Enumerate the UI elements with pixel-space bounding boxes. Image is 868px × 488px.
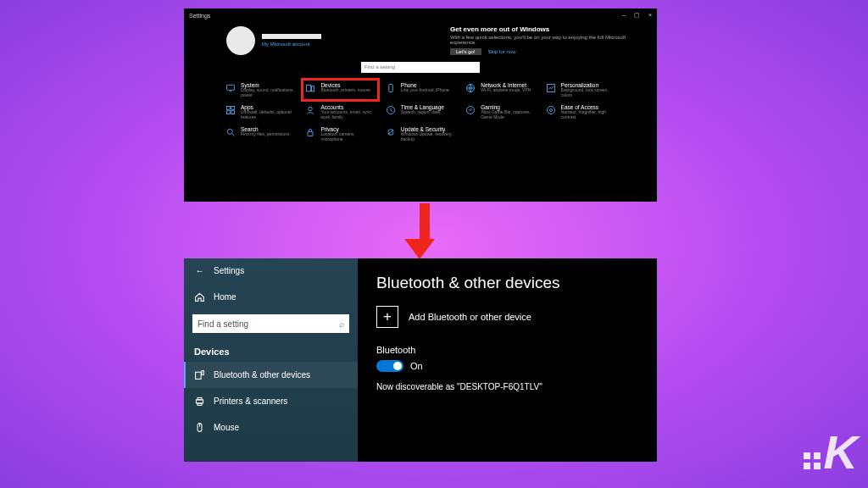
tile-title: Devices xyxy=(320,82,370,88)
apps-icon xyxy=(225,104,236,116)
tile-subtitle: Bluetooth, printers, mouse xyxy=(320,88,370,93)
tile-network[interactable]: Network & InternetWi-Fi, airplane mode, … xyxy=(463,80,537,100)
sidebar-item-label: Bluetooth & other devices xyxy=(214,370,310,380)
tile-apps[interactable]: AppsUninstall, defaults, optional featur… xyxy=(223,102,298,122)
gaming-icon xyxy=(465,104,476,116)
tile-accounts[interactable]: AccountsYour accounts, email, sync, work… xyxy=(303,102,377,122)
svg-rect-1 xyxy=(307,85,311,92)
svg-rect-20 xyxy=(198,397,202,399)
add-device-label: Add Bluetooth or other device xyxy=(409,312,531,322)
tile-title: Gaming xyxy=(481,104,536,110)
tile-title: Time & Language xyxy=(401,104,444,110)
tile-title: Phone xyxy=(401,82,449,88)
settings-main-pane: Bluetooth & other devices + Add Bluetoot… xyxy=(358,258,657,462)
devices-icon xyxy=(304,82,316,94)
tile-subtitle: Background, lock screen, colors xyxy=(561,88,616,97)
privacy-icon xyxy=(304,126,316,138)
plus-icon: + xyxy=(376,306,398,328)
svg-rect-16 xyxy=(308,131,313,136)
promo-title: Get even more out of Windows xyxy=(450,25,628,33)
account-link[interactable]: My Microsoft account xyxy=(262,42,321,47)
tile-subtitle: Uninstall, defaults, optional features xyxy=(241,110,296,119)
promo-cta-button[interactable]: Let's go! xyxy=(450,48,481,55)
minimize-button[interactable]: – xyxy=(622,12,626,19)
tile-subtitle: Location, camera, microphone xyxy=(320,132,376,141)
ease-icon xyxy=(545,104,557,116)
page-title: Bluetooth & other devices xyxy=(376,274,638,292)
svg-rect-7 xyxy=(231,107,235,110)
sidebar-item-label: Mouse xyxy=(214,423,239,432)
svg-rect-3 xyxy=(389,85,393,92)
tile-time[interactable]: Time & LanguageSpeech, region, date xyxy=(383,102,458,122)
discoverable-text: Now discoverable as "DESKTOP-F6Q1TLV" xyxy=(376,382,638,391)
tile-title: Privacy xyxy=(320,126,376,132)
svg-point-13 xyxy=(547,107,554,114)
svg-rect-19 xyxy=(196,400,203,403)
settings-devices-window: ← Settings Home Find a setting ⌕ Devices… xyxy=(184,258,657,462)
svg-rect-2 xyxy=(312,86,314,92)
close-button[interactable]: × xyxy=(648,12,652,19)
tile-subtitle: Your accounts, email, sync, work, family xyxy=(320,110,376,119)
tile-search[interactable]: SearchFind my files, permissions xyxy=(223,124,298,144)
tile-subtitle: Speech, region, date xyxy=(401,110,444,115)
bluetooth-icon xyxy=(194,369,205,380)
tile-ease[interactable]: Ease of AccessNarrator, magnifier, high … xyxy=(543,102,618,122)
sidebar-item-bluetooth[interactable]: Bluetooth & other devices xyxy=(184,362,358,388)
system-icon xyxy=(225,82,236,94)
svg-rect-6 xyxy=(227,107,231,110)
settings-search-input[interactable]: Find a setting xyxy=(361,62,480,73)
tile-title: Ease of Access xyxy=(561,104,616,110)
tile-subtitle: Find my files, permissions xyxy=(241,132,290,137)
tile-title: Apps xyxy=(241,104,296,110)
maximize-button[interactable]: ▢ xyxy=(634,12,640,19)
home-button[interactable]: Home xyxy=(184,283,358,311)
tile-phone[interactable]: PhoneLink your Android, iPhone xyxy=(383,80,458,100)
bluetooth-toggle[interactable]: On xyxy=(376,360,638,372)
user-block[interactable]: My Microsoft account xyxy=(226,25,321,55)
sidebar-search-input[interactable]: Find a setting ⌕ xyxy=(192,314,349,333)
back-label: Settings xyxy=(214,266,244,275)
svg-rect-0 xyxy=(227,85,235,90)
svg-point-10 xyxy=(309,107,313,111)
user-name-placeholder xyxy=(262,34,321,39)
bluetooth-label: Bluetooth xyxy=(376,345,638,355)
sidebar-item-label: Printers & scanners xyxy=(214,396,287,406)
add-device-button[interactable]: + Add Bluetooth or other device xyxy=(376,306,638,328)
svg-rect-21 xyxy=(198,403,202,405)
time-icon xyxy=(385,104,397,116)
settings-grid: SystemDisplay, sound, notifications, pow… xyxy=(184,78,657,147)
home-label: Home xyxy=(214,292,236,302)
back-button[interactable]: ← Settings xyxy=(184,258,358,283)
svg-rect-17 xyxy=(196,372,202,379)
tile-subtitle: Display, sound, notifications, power xyxy=(241,88,296,97)
tile-subtitle: Windows Update, recovery, backup xyxy=(401,132,456,141)
promo-desc: With a few quick selections, you'll be o… xyxy=(450,35,628,45)
search-icon: ⌕ xyxy=(339,319,344,329)
window-title: Settings xyxy=(189,13,210,19)
tile-subtitle: Xbox Game Bar, captures, Game Mode xyxy=(481,110,536,119)
promo-skip-link[interactable]: Skip for now xyxy=(488,49,516,54)
toggle-state: On xyxy=(410,361,423,371)
accounts-icon xyxy=(304,104,316,116)
tile-gaming[interactable]: GamingXbox Game Bar, captures, Game Mode xyxy=(463,102,537,122)
mouse-icon xyxy=(194,422,205,433)
network-icon xyxy=(465,82,476,94)
sidebar-item-mouse[interactable]: Mouse xyxy=(184,414,358,441)
tile-title: Update & Security xyxy=(401,126,456,132)
tile-devices[interactable]: DevicesBluetooth, printers, mouse xyxy=(303,80,377,100)
tile-system[interactable]: SystemDisplay, sound, notifications, pow… xyxy=(223,80,298,100)
search-icon xyxy=(225,126,236,138)
tile-update[interactable]: Update & SecurityWindows Update, recover… xyxy=(383,124,458,144)
tile-personalization[interactable]: PersonalizationBackground, lock screen, … xyxy=(543,80,618,100)
back-arrow-icon: ← xyxy=(194,265,205,276)
tile-privacy[interactable]: PrivacyLocation, camera, microphone xyxy=(303,124,377,144)
promo-card: Get even more out of Windows With a few … xyxy=(450,25,628,55)
svg-point-15 xyxy=(227,129,232,134)
tile-title: Personalization xyxy=(561,82,616,88)
svg-rect-8 xyxy=(227,111,231,114)
printer-icon xyxy=(194,396,205,407)
update-icon xyxy=(385,126,397,138)
sidebar-item-printer[interactable]: Printers & scanners xyxy=(184,388,358,414)
watermark-logo: K xyxy=(804,424,856,480)
annotation-arrow xyxy=(415,203,435,259)
